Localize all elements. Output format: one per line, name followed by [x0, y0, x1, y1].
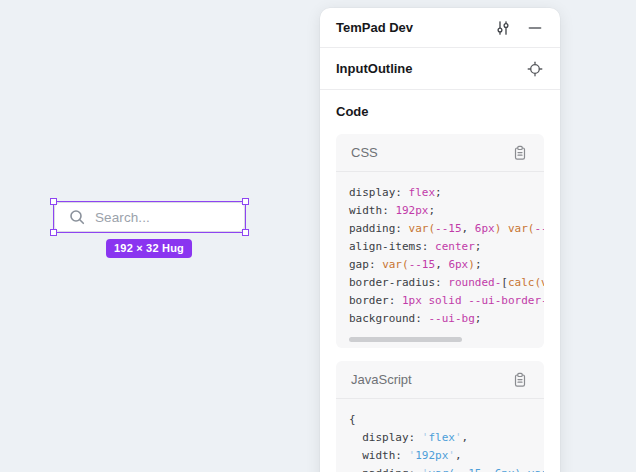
code-token — [422, 294, 429, 307]
resize-handle-bottom-right[interactable] — [242, 229, 249, 236]
code-token: [ — [501, 276, 508, 289]
code-token: ; — [435, 186, 442, 199]
code-token: flex — [409, 186, 436, 199]
code-token: padding — [349, 222, 395, 235]
code-section-title: Code — [336, 104, 544, 119]
code-token: background — [349, 312, 415, 325]
code-line: border-radius: rounded-[calc(v — [349, 274, 544, 292]
code-token: : — [409, 431, 422, 444]
resize-handle-top-right[interactable] — [242, 198, 249, 205]
code-token: ; — [475, 312, 482, 325]
code-token: 6px — [448, 258, 468, 271]
code-token: border-radius — [349, 276, 435, 289]
panel-header: TemPad Dev — [320, 8, 560, 48]
code-token: : — [369, 258, 382, 271]
code-token: var( — [508, 222, 535, 235]
code-token: var(--15, 6px) var — [428, 467, 544, 472]
javascript-block-header: JavaScript — [336, 361, 544, 399]
locate-target-icon[interactable] — [526, 60, 544, 78]
search-icon — [68, 208, 86, 226]
code-token: --15 — [409, 258, 436, 271]
code-line: width: 192px; — [349, 202, 544, 220]
code-token: padding — [349, 467, 409, 472]
minimize-icon[interactable] — [526, 19, 544, 37]
code-token: : — [395, 186, 408, 199]
code-token: , — [435, 258, 448, 271]
horizontal-scrollbar-thumb[interactable] — [349, 337, 462, 342]
code-token: ; — [429, 204, 436, 217]
code-token: , — [462, 431, 469, 444]
code-line: display: flex; — [349, 184, 544, 202]
code-token: calc(v — [508, 276, 544, 289]
code-line: gap: var(--15, 6px); — [349, 256, 544, 274]
code-line: width: '192px', — [349, 447, 544, 465]
code-token: width — [349, 449, 395, 462]
css-code-block: CSS display: flex;width: 192px;padding: … — [336, 134, 544, 348]
code-token: border — [349, 294, 389, 307]
code-token: , — [462, 222, 475, 235]
code-token: --ui-bg — [428, 312, 474, 325]
sliders-icon[interactable] — [494, 19, 512, 37]
tempad-dev-panel: TemPad Dev InputOutline — [320, 8, 560, 472]
resize-handle-top-left[interactable] — [50, 198, 57, 205]
code-token: ) — [468, 258, 475, 271]
code-line: padding: 'var(--15, 6px) var — [349, 465, 544, 472]
code-line: { — [349, 411, 544, 429]
code-token: center — [435, 240, 475, 253]
code-line: border: 1px solid --ui-border- — [349, 292, 544, 310]
code-token: display — [349, 186, 395, 199]
javascript-code: { display: 'flex', width: '192px', paddi… — [349, 411, 544, 472]
code-token: ' — [455, 431, 462, 444]
code-token: : — [395, 449, 408, 462]
code-token: : — [409, 467, 422, 472]
code-token: ; — [475, 240, 482, 253]
css-block-header: CSS — [336, 134, 544, 172]
code-token: : — [389, 294, 402, 307]
code-token: width — [349, 204, 382, 217]
code-line: display: 'flex', — [349, 429, 544, 447]
node-name: InputOutline — [336, 61, 413, 76]
code-token: rounded- — [448, 276, 501, 289]
code-token — [501, 222, 508, 235]
panel-title: TemPad Dev — [336, 20, 413, 35]
code-token: --15 — [435, 222, 462, 235]
code-token: --ui-border- — [468, 294, 544, 307]
javascript-code-block: JavaScript { display: 'flex', width: '19… — [336, 361, 544, 472]
css-block-label: CSS — [351, 145, 378, 160]
code-token: 1px — [402, 294, 422, 307]
code-token: : — [435, 276, 448, 289]
code-token: , — [455, 449, 462, 462]
selected-element[interactable]: Search... — [54, 202, 245, 232]
code-token: ; — [475, 258, 482, 271]
code-line: background: --ui-bg; — [349, 310, 544, 328]
code-section: Code CSS display: flex;width: 192px;padd… — [320, 90, 560, 472]
code-line: padding: var(--15, 6px) var(-- — [349, 220, 544, 238]
code-token: : — [422, 240, 435, 253]
code-token: gap — [349, 258, 369, 271]
code-token: 192px — [415, 449, 448, 462]
code-token: align-items — [349, 240, 422, 253]
search-placeholder: Search... — [95, 210, 150, 225]
javascript-block-label: JavaScript — [351, 372, 412, 387]
code-token: 192px — [395, 204, 428, 217]
css-code: display: flex;width: 192px;padding: var(… — [349, 184, 544, 328]
selected-node-row: InputOutline — [320, 48, 560, 90]
code-line: align-items: center; — [349, 238, 544, 256]
code-token: display — [349, 431, 409, 444]
code-token: : — [415, 312, 428, 325]
copy-clipboard-icon[interactable] — [511, 144, 529, 162]
code-token: 6px — [475, 222, 495, 235]
code-token: var( — [382, 258, 409, 271]
code-token: var( — [409, 222, 436, 235]
code-token: ' — [448, 449, 455, 462]
code-token: -- — [534, 222, 544, 235]
code-token: : — [382, 204, 395, 217]
resize-handle-bottom-left[interactable] — [50, 229, 57, 236]
code-token: flex — [428, 431, 455, 444]
size-badge: 192 × 32 Hug — [106, 239, 192, 258]
search-input[interactable]: Search... — [54, 202, 245, 232]
code-token: : — [395, 222, 408, 235]
code-token: solid — [429, 294, 462, 307]
copy-clipboard-icon[interactable] — [511, 371, 529, 389]
code-token: { — [349, 413, 356, 426]
